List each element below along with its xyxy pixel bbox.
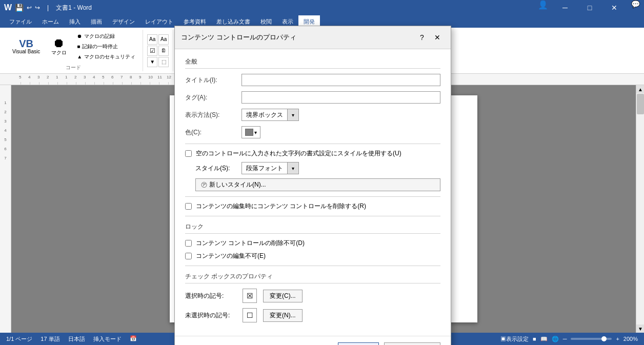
display-settings[interactable]: ▣表示設定	[500, 335, 529, 343]
scroll-up-btn[interactable]: ▲	[636, 85, 644, 93]
restore-btn[interactable]: □	[578, 0, 601, 15]
style-select[interactable]: 段落フォント ▾	[242, 162, 299, 174]
tag-input[interactable]	[242, 91, 440, 104]
tab-insert[interactable]: 挿入	[64, 15, 86, 28]
code-group-label: コード	[66, 64, 81, 71]
pause-label: 記録の一時停止	[82, 43, 118, 50]
pause-icon: ■	[77, 44, 80, 49]
change-unchecked-btn[interactable]: 変更(N)...	[263, 309, 303, 322]
checked-symbol: ☒	[247, 292, 253, 300]
divider-2	[185, 196, 440, 197]
scroll-thumb[interactable]	[637, 94, 644, 114]
scroll-down-btn[interactable]: ▼	[636, 324, 644, 333]
view-read-btn[interactable]: 📖	[540, 336, 548, 342]
section-checkbox-title: チェック ボックスのプロパティ	[185, 272, 440, 283]
quick-save[interactable]: 💾	[15, 4, 24, 12]
lock-delete-label: コンテンツ コントロールの削除不可(D)	[196, 239, 305, 248]
section-lock-title: ロック	[185, 222, 440, 234]
view-normal-btn[interactable]: ■	[533, 336, 536, 342]
page-count: 1/1 ページ	[6, 335, 32, 343]
display-row: 表示方法(S): 境界ボックス ▾	[185, 109, 440, 121]
divider-1	[185, 144, 440, 144]
record-macro-btn[interactable]: ⏺ マクロの記録	[74, 32, 138, 41]
new-style-btn[interactable]: ㋐ 新しいスタイル(N)...	[195, 178, 440, 191]
color-picker-btn[interactable]: ▾	[242, 126, 260, 138]
title-input[interactable]	[242, 74, 440, 86]
user-icon[interactable]: 👤	[538, 0, 548, 15]
display-select[interactable]: 境界ボックス ▾	[242, 109, 299, 121]
comment-icon[interactable]: 💬	[631, 0, 640, 15]
undo-btn[interactable]: ↩	[27, 4, 32, 11]
zoom-thumb	[601, 336, 607, 341]
dialog-close-btn[interactable]: ✕	[430, 30, 445, 45]
new-style-label: 新しいスタイル(N)...	[209, 180, 266, 189]
ctrl-icon1[interactable]: Aa	[147, 34, 157, 45]
scroll-track[interactable]	[636, 93, 644, 324]
ctrl-icon5[interactable]: ▼	[147, 57, 157, 67]
title-bar-controls: 👤 ─ □ ✕ 💬	[538, 0, 640, 15]
app-icon: W	[4, 3, 12, 12]
tab-design[interactable]: デザイン	[107, 15, 140, 28]
display-select-value: 境界ボックス	[242, 110, 287, 120]
dialog-help-btn[interactable]: ?	[415, 30, 429, 45]
ctrl-icon2[interactable]: Aa	[158, 34, 169, 45]
vertical-scrollbar[interactable]: ▲ ▼	[636, 85, 644, 333]
delete-on-edit-row: コンテンツの編集時にコンテンツ コントロールを削除する(R)	[185, 202, 440, 211]
zoom-minus-btn[interactable]: ─	[563, 336, 567, 342]
dialog-controls: ? ✕	[415, 30, 445, 45]
pause-recording-btn[interactable]: ■ 記録の一時停止	[74, 42, 138, 51]
tab-draw[interactable]: 描画	[86, 15, 107, 28]
tab-file[interactable]: ファイル	[4, 15, 37, 28]
left-ruler: 1 2 3 4 5 6 7	[0, 85, 11, 333]
change-checked-btn[interactable]: 変更(C)...	[263, 290, 303, 302]
cancel-btn[interactable]: キャンセル	[384, 342, 440, 345]
checked-symbol-row: 選択時の記号: ☒ 変更(C)...	[185, 289, 440, 303]
vb-label: Visual Basic	[12, 49, 40, 54]
view-web-btn[interactable]: 🌐	[552, 336, 559, 342]
ok-btn[interactable]: OK	[338, 342, 379, 345]
unchecked-symbol-row: 未選択時の記号: ☐ 変更(N)...	[185, 308, 440, 322]
unchecked-symbol-label: 未選択時の記号:	[185, 311, 236, 320]
color-swatch	[245, 129, 253, 136]
minimize-btn[interactable]: ─	[553, 0, 577, 15]
zoom-plus-btn[interactable]: +	[616, 336, 619, 342]
properties-dialog: コンテンツ コントロールのプロパティ ? ✕ 全般 タイトル(I): タグ(A)…	[174, 26, 451, 345]
lock-edit-row: コンテンツの編集不可(E)	[185, 252, 440, 260]
status-right: ▣表示設定 ■ 📖 🌐 ─ + 200%	[500, 335, 638, 343]
style-select-arrow[interactable]: ▾	[287, 163, 298, 174]
zoom-slider[interactable]	[571, 338, 612, 340]
style-select-value: 段落フォント	[242, 163, 287, 174]
controls-buttons: Aa Aa ☑ 🗓 ▼ ⬚	[147, 30, 169, 71]
word-count: 17 単語	[41, 335, 59, 343]
checked-symbol-label: 選択時の記号:	[185, 292, 236, 300]
lock-section: ロック コンテンツ コントロールの削除不可(D) コンテンツの編集不可(E)	[185, 222, 440, 260]
ctrl-icon6[interactable]: ⬚	[158, 57, 169, 67]
macro-small-group: ⏺ マクロの記録 ■ 記録の一時停止 ▲ マクロのセキュリティ	[74, 32, 138, 62]
tag-row: タグ(A):	[185, 91, 440, 104]
close-btn[interactable]: ✕	[602, 0, 626, 15]
unchecked-symbol: ☐	[247, 311, 253, 319]
tab-layout[interactable]: レイアウト	[140, 15, 178, 28]
macro-btn[interactable]: ⏺ マクロ	[46, 31, 72, 62]
lock-delete-checkbox[interactable]	[185, 240, 192, 247]
lock-delete-row: コンテンツ コントロールの削除不可(D)	[185, 239, 440, 248]
divider-3	[185, 216, 440, 216]
redo-btn[interactable]: ↪	[35, 4, 40, 11]
color-dropdown-arrow[interactable]: ▾	[254, 130, 257, 135]
lock-edit-label: コンテンツの編集不可(E)	[196, 252, 266, 260]
macro-security-btn[interactable]: ▲ マクロのセキュリティ	[74, 52, 138, 62]
title-separator: |	[47, 4, 49, 11]
ctrl-icon4[interactable]: 🗓	[158, 46, 169, 56]
tab-home[interactable]: ホーム	[37, 15, 64, 28]
delete-on-edit-checkbox[interactable]	[185, 203, 192, 210]
lock-edit-checkbox[interactable]	[185, 253, 192, 259]
checked-symbol-box: ☒	[243, 289, 257, 303]
visual-basic-btn[interactable]: VB Visual Basic	[8, 31, 44, 62]
display-label: 表示方法(S):	[185, 111, 236, 119]
display-select-arrow[interactable]: ▾	[287, 109, 298, 120]
edit-mode: 挿入モード	[93, 335, 122, 343]
ctrl-icon3[interactable]: ☑	[147, 46, 157, 56]
dialog-content: 全般 タイトル(I): タグ(A): 表示方法(S): 境界ボックス ▾ 色(C…	[175, 49, 451, 336]
dialog-titlebar: コンテンツ コントロールのプロパティ ? ✕	[175, 26, 451, 49]
use-style-checkbox[interactable]	[185, 150, 192, 157]
